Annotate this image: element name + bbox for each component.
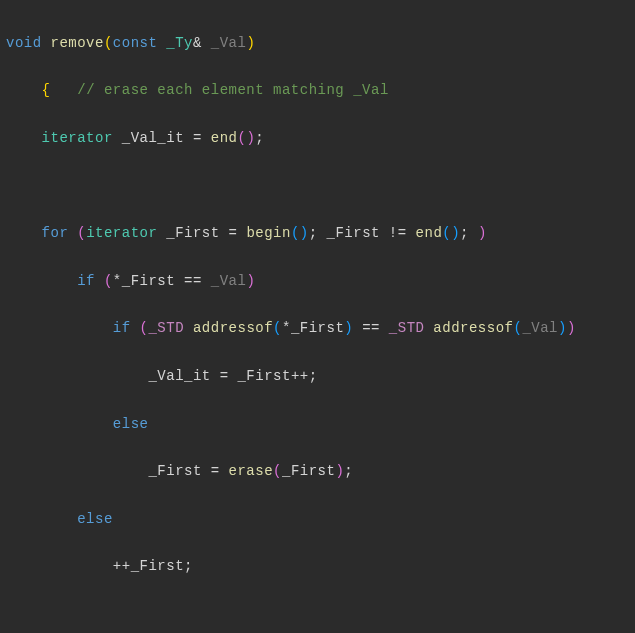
type-iterator: iterator <box>42 130 113 146</box>
var-first: _First <box>166 225 219 241</box>
var-valit: _Val_it <box>148 368 210 384</box>
paren: ) <box>344 320 353 336</box>
param-val: _Val <box>211 35 247 51</box>
code-line: if (*_First == _Val) <box>6 270 629 294</box>
pp: ++ <box>291 368 309 384</box>
eq: = <box>202 463 229 479</box>
code-line: else <box>6 413 629 437</box>
eqeq: == <box>175 273 211 289</box>
amp: & <box>193 35 202 51</box>
comment: // erase each element matching _Val <box>77 82 389 98</box>
code-line: _First = erase(_First); <box>6 460 629 484</box>
paren: ( <box>104 273 113 289</box>
paren: ) <box>567 320 576 336</box>
code-line: for (iterator _First = begin(); _First !… <box>6 222 629 246</box>
type-iterator: iterator <box>86 225 157 241</box>
keyword-if: if <box>113 320 131 336</box>
eq: = <box>220 225 247 241</box>
semi: ; <box>460 225 478 241</box>
eq: = <box>184 130 211 146</box>
paren: () <box>442 225 460 241</box>
paren: () <box>237 130 255 146</box>
paren: ) <box>246 273 255 289</box>
code-line: _Val_it = _First++; <box>6 365 629 389</box>
code-block: void remove(const _Ty& _Val) { // erase … <box>6 8 629 633</box>
keyword-const: const <box>113 35 158 51</box>
deref: * <box>113 273 122 289</box>
keyword-if: if <box>77 273 95 289</box>
pp: ++ <box>113 558 131 574</box>
var-first: _First <box>291 320 344 336</box>
semi: ; <box>184 558 193 574</box>
var-valit: _Val_it <box>122 130 184 146</box>
paren: ) <box>335 463 344 479</box>
keyword-void: void <box>6 35 42 51</box>
fn-erase: erase <box>229 463 274 479</box>
semi: ; <box>344 463 353 479</box>
brace: { <box>42 82 51 98</box>
code-line <box>6 603 629 627</box>
var-first: _First <box>122 273 175 289</box>
fn-addressof: addressof <box>193 320 273 336</box>
paren: ( <box>104 35 113 51</box>
fn-remove: remove <box>51 35 104 51</box>
macro-std: _STD <box>389 320 425 336</box>
semi: ; <box>309 225 327 241</box>
fn-begin: begin <box>246 225 291 241</box>
keyword-else: else <box>113 416 149 432</box>
var-first: _First <box>282 463 335 479</box>
code-line: iterator _Val_it = end(); <box>6 127 629 151</box>
fn-addressof: addressof <box>433 320 513 336</box>
paren: () <box>291 225 309 241</box>
code-line: else <box>6 508 629 532</box>
var-first: _First <box>327 225 380 241</box>
var-first: _First <box>131 558 184 574</box>
code-line: ++_First; <box>6 555 629 579</box>
semi: ; <box>309 368 318 384</box>
neq: != <box>380 225 416 241</box>
keyword-for: for <box>42 225 69 241</box>
deref: * <box>282 320 291 336</box>
semi: ; <box>255 130 264 146</box>
paren: ( <box>273 320 282 336</box>
eq: = <box>211 368 238 384</box>
code-line: if (_STD addressof(*_First) == _STD addr… <box>6 317 629 341</box>
eqeq: == <box>353 320 389 336</box>
var-val: _Val <box>522 320 558 336</box>
paren: ) <box>478 225 487 241</box>
paren: ) <box>558 320 567 336</box>
code-line: { // erase each element matching _Val <box>6 79 629 103</box>
var-first: _First <box>148 463 201 479</box>
var-val: _Val <box>211 273 247 289</box>
fn-end: end <box>211 130 238 146</box>
paren: ( <box>273 463 282 479</box>
macro-std: _STD <box>148 320 184 336</box>
var-first: _First <box>237 368 290 384</box>
code-line: void remove(const _Ty& _Val) <box>6 32 629 56</box>
code-line <box>6 175 629 199</box>
paren: ( <box>77 225 86 241</box>
type-ty: _Ty <box>166 35 193 51</box>
paren: ) <box>246 35 255 51</box>
fn-end: end <box>416 225 443 241</box>
keyword-else: else <box>77 511 113 527</box>
